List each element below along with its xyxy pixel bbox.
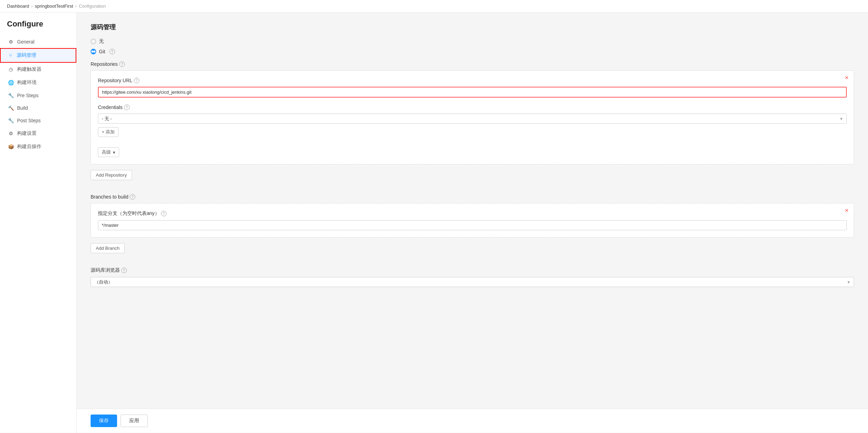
save-button[interactable]: 保存 (91, 415, 117, 427)
sidebar-item-build-settings[interactable]: ⚙ 构建设置 (0, 127, 76, 140)
branch-hint-label: 指定分支（为空时代表any） ? (98, 210, 847, 217)
branches-help-icon[interactable]: ? (130, 194, 135, 200)
advanced-chevron-icon: ▾ (113, 150, 115, 155)
credentials-group: Credentials ? - 无 - + 添加 (98, 105, 847, 137)
branch-hint-help-icon[interactable]: ? (161, 211, 167, 216)
add-credentials-label: + 添加 (102, 129, 115, 135)
sidebar-item-general-label: General (17, 39, 34, 45)
sidebar-item-general[interactable]: ⚙ General (0, 36, 76, 48)
credentials-select[interactable]: - 无 - (98, 114, 847, 124)
source-browser-select[interactable]: （自动） (91, 277, 854, 287)
radio-none-label: 无 (99, 38, 104, 45)
sidebar-item-post-build[interactable]: 📦 构建后操作 (0, 140, 76, 153)
add-repository-button[interactable]: Add Repository (91, 170, 132, 180)
hammer-icon: 🔨 (8, 105, 14, 111)
add-branch-button[interactable]: Add Branch (91, 243, 125, 253)
sidebar-item-build-label: Build (17, 105, 28, 111)
breadcrumb-sep2: › (75, 3, 77, 9)
branch-input[interactable] (98, 220, 847, 230)
remove-repository-button[interactable]: ✕ (843, 74, 850, 81)
sidebar-item-post-steps-label: Post Steps (17, 118, 41, 123)
branch-box: ✕ 指定分支（为空时代表any） ? (91, 203, 854, 238)
section-title: 源码管理 (91, 23, 854, 31)
radio-group: 无 Git ? (91, 38, 854, 54)
breadcrumb-dashboard[interactable]: Dashboard (7, 3, 29, 9)
sidebar-item-post-build-label: 构建后操作 (17, 144, 41, 150)
sidebar-item-source[interactable]: ⑂ 源码管理 (0, 48, 76, 63)
radio-git-label: Git (99, 49, 105, 54)
tool-icon: 🔧 (8, 93, 14, 98)
source-browser-label: 源码库浏览器 ? (91, 267, 854, 273)
credentials-select-wrapper: - 无 - (98, 114, 847, 124)
sidebar-item-build[interactable]: 🔨 Build (0, 102, 76, 114)
add-credentials-button[interactable]: + 添加 (98, 127, 118, 137)
repository-url-input[interactable] (98, 87, 847, 98)
sidebar: Configure ⚙ General ⑂ 源码管理 ◷ 构建触发器 🌐 构建环… (0, 13, 77, 433)
repositories-label: Repositories ? (91, 61, 854, 67)
tool2-icon: 🔧 (8, 118, 14, 123)
advanced-button[interactable]: 高级 ▾ (98, 147, 119, 157)
add-repository-label: Add Repository (96, 172, 127, 178)
credentials-help-icon[interactable]: ? (124, 105, 130, 110)
repository-url-help-icon[interactable]: ? (134, 78, 139, 83)
branches-label: Branches to build ? (91, 194, 854, 200)
sidebar-item-build-settings-label: 构建设置 (17, 130, 37, 137)
breadcrumb-sep1: › (31, 3, 33, 9)
repository-url-label: Repository URL ? (98, 78, 847, 83)
radio-none-circle (91, 39, 96, 44)
add-branch-label: Add Branch (96, 246, 120, 251)
sidebar-item-source-label: 源码管理 (17, 52, 36, 59)
sidebar-item-pre-steps[interactable]: 🔧 Pre Steps (0, 89, 76, 102)
radio-git-circle (91, 49, 96, 54)
sidebar-item-post-steps[interactable]: 🔧 Post Steps (0, 114, 76, 127)
credentials-label: Credentials ? (98, 105, 847, 110)
remove-branch-button[interactable]: ✕ (843, 207, 850, 214)
sidebar-title: Configure (0, 20, 76, 36)
clock-icon: ◷ (8, 67, 14, 72)
main-content: 源码管理 无 Git ? Repositories ? ✕ (77, 13, 868, 409)
apply-button[interactable]: 应用 (121, 415, 148, 427)
footer-buttons: 保存 应用 (77, 409, 868, 433)
repository-box: ✕ Repository URL ? Credentials ? (91, 70, 854, 164)
gear-icon: ⚙ (8, 39, 14, 45)
settings-icon: ⚙ (8, 131, 14, 136)
advanced-label: 高级 (102, 149, 111, 155)
sidebar-item-pre-steps-label: Pre Steps (17, 93, 38, 98)
repositories-section: Repositories ? ✕ Repository URL ? (91, 61, 854, 187)
box-icon: 📦 (8, 144, 14, 149)
repository-url-group: Repository URL ? (98, 78, 847, 98)
sidebar-item-triggers-label: 构建触发器 (17, 66, 41, 72)
source-browser-section: 源码库浏览器 ? （自动） (91, 267, 854, 287)
breadcrumb-project[interactable]: springbootTestFirst (35, 3, 73, 9)
radio-none[interactable]: 无 (91, 38, 854, 45)
sidebar-item-environment-label: 构建环境 (17, 79, 37, 86)
repositories-help-icon[interactable]: ? (119, 61, 125, 67)
radio-git[interactable]: Git ? (91, 49, 854, 54)
breadcrumb: Dashboard › springbootTestFirst › Config… (0, 0, 868, 13)
sidebar-item-triggers[interactable]: ◷ 构建触发器 (0, 63, 76, 76)
source-browser-help-icon[interactable]: ? (121, 268, 127, 273)
branches-section: Branches to build ? ✕ 指定分支（为空时代表any） ? A… (91, 194, 854, 260)
globe-icon: 🌐 (8, 80, 14, 85)
source-browser-select-wrapper: （自动） (91, 277, 854, 287)
breadcrumb-current: Configuration (79, 3, 106, 9)
sidebar-item-environment[interactable]: 🌐 构建环境 (0, 76, 76, 89)
git-help-icon[interactable]: ? (109, 49, 115, 54)
branch-icon: ⑂ (8, 53, 13, 58)
